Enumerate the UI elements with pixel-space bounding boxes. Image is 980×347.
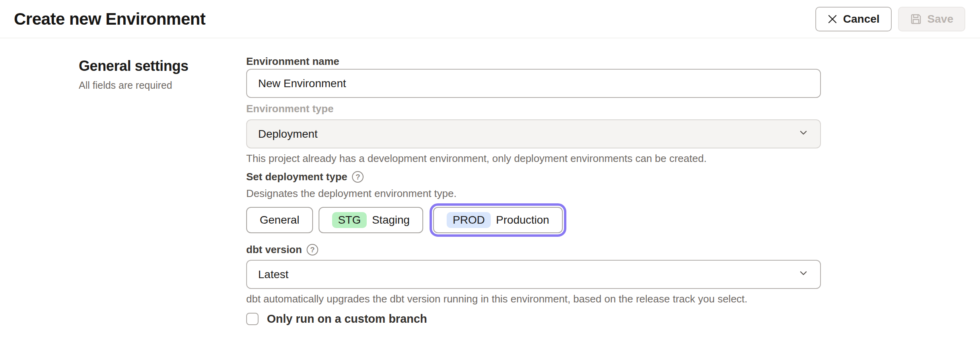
help-icon[interactable]: ? bbox=[352, 171, 364, 183]
save-button[interactable]: Save bbox=[898, 7, 965, 31]
page-header: Create new Environment Cancel bbox=[0, 0, 980, 38]
environment-name-input[interactable] bbox=[246, 69, 821, 98]
production-badge: PROD bbox=[447, 212, 491, 228]
section-subheading: All fields are required bbox=[79, 80, 246, 91]
option-label: Staging bbox=[372, 214, 410, 226]
deployment-type-option-general[interactable]: General bbox=[246, 207, 313, 233]
save-icon bbox=[910, 13, 922, 25]
environment-type-select[interactable]: Deployment bbox=[246, 119, 821, 148]
custom-branch-row: Only run on a custom branch bbox=[246, 312, 821, 326]
help-icon[interactable]: ? bbox=[307, 244, 318, 255]
dbt-version-label-row: dbt version ? bbox=[246, 243, 821, 256]
page-title: Create new Environment bbox=[14, 10, 205, 29]
cancel-button-label: Cancel bbox=[843, 13, 880, 25]
save-button-label: Save bbox=[928, 13, 953, 25]
option-label: Production bbox=[496, 214, 549, 226]
environment-type-helper: This project already has a development e… bbox=[246, 152, 821, 165]
staging-badge: STG bbox=[332, 212, 367, 228]
create-environment-page: Create new Environment Cancel bbox=[0, 0, 980, 326]
environment-name-label: Environment name bbox=[246, 55, 821, 68]
chevron-down-icon bbox=[798, 127, 809, 141]
dbt-version-value: Latest bbox=[258, 268, 288, 281]
custom-branch-label[interactable]: Only run on a custom branch bbox=[267, 312, 427, 326]
deployment-type-option-production[interactable]: PROD Production bbox=[433, 207, 563, 233]
deployment-type-option-staging[interactable]: STG Staging bbox=[319, 207, 424, 233]
dbt-version-label: dbt version bbox=[246, 243, 302, 256]
settings-sidebar: General settings All fields are required bbox=[0, 38, 246, 326]
deployment-type-label-row: Set deployment type ? bbox=[246, 170, 821, 183]
option-label: General bbox=[260, 214, 299, 226]
environment-form: Environment name Environment type Deploy… bbox=[246, 38, 821, 326]
cancel-button[interactable]: Cancel bbox=[815, 7, 892, 31]
environment-type-value: Deployment bbox=[258, 128, 317, 140]
dbt-version-select[interactable]: Latest bbox=[246, 260, 821, 289]
deployment-type-label: Set deployment type bbox=[246, 170, 347, 183]
section-heading: General settings bbox=[79, 58, 246, 74]
main-content: General settings All fields are required… bbox=[0, 38, 980, 326]
deployment-type-description: Designates the deployment environment ty… bbox=[246, 187, 821, 200]
dbt-version-helper: dbt automatically upgrades the dbt versi… bbox=[246, 292, 821, 306]
custom-branch-checkbox[interactable] bbox=[246, 313, 259, 325]
environment-type-label: Environment type bbox=[246, 102, 821, 115]
header-actions: Cancel Save bbox=[815, 7, 965, 31]
chevron-down-icon bbox=[798, 267, 809, 281]
close-icon bbox=[827, 14, 838, 24]
deployment-type-options: General STG Staging PROD Production bbox=[246, 207, 821, 233]
